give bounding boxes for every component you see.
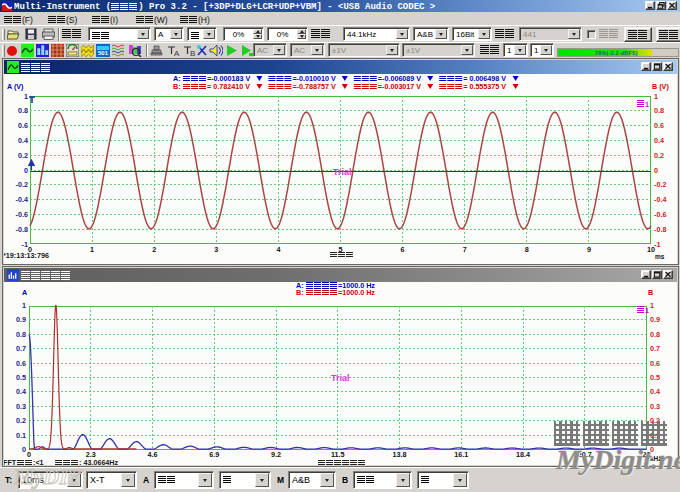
- svg-text:= 0.555375 V: = 0.555375 V: [463, 82, 506, 91]
- svg-text:0.4: 0.4: [18, 136, 28, 145]
- svg-text:501: 501: [98, 50, 109, 56]
- svg-text:-0.2: -0.2: [654, 180, 666, 189]
- svg-text:11.5: 11.5: [331, 450, 345, 459]
- svg-text:: 43.0664Hz: : 43.0664Hz: [79, 458, 119, 465]
- svg-text:1: 1: [645, 101, 649, 108]
- svg-text:10: 10: [647, 245, 655, 254]
- svg-text:0.5: 0.5: [650, 373, 660, 382]
- svg-text:0.6: 0.6: [654, 121, 664, 130]
- svg-text:1: 1: [645, 307, 649, 314]
- svg-text:13.8: 13.8: [393, 450, 407, 459]
- svg-text:B: B: [648, 288, 653, 297]
- svg-text:0.2: 0.2: [18, 151, 28, 160]
- svg-text:A (V): A (V): [7, 82, 24, 91]
- svg-text:= 0.782410 V: = 0.782410 V: [207, 82, 250, 91]
- svg-text:0.6: 0.6: [16, 359, 26, 368]
- svg-text:0.6: 0.6: [650, 359, 660, 368]
- svg-text:A: A: [22, 288, 27, 297]
- svg-text:0.7: 0.7: [650, 344, 660, 353]
- svg-text:0.8: 0.8: [650, 330, 660, 339]
- svg-text:0.3: 0.3: [16, 402, 26, 411]
- svg-text:3: 3: [214, 245, 218, 254]
- svg-text:A: A: [174, 49, 180, 57]
- svg-text:0.2: 0.2: [16, 416, 26, 425]
- svg-text:7: 7: [463, 245, 467, 254]
- svg-text:-0.8: -0.8: [654, 225, 666, 234]
- svg-text:0.9: 0.9: [16, 315, 26, 324]
- svg-text:9.2: 9.2: [271, 450, 281, 459]
- svg-text:0.9: 0.9: [650, 315, 660, 324]
- svg-text:0.4: 0.4: [16, 387, 26, 396]
- svg-text:0.8: 0.8: [654, 106, 664, 115]
- svg-text:1: 1: [90, 245, 94, 254]
- svg-text:0.8: 0.8: [18, 106, 28, 115]
- svg-text:18.4: 18.4: [516, 450, 530, 459]
- svg-text:B:: B:: [296, 288, 304, 297]
- svg-text:0.1: 0.1: [16, 431, 26, 440]
- svg-text:-0.8: -0.8: [16, 225, 28, 234]
- svg-text:6: 6: [401, 245, 405, 254]
- svg-text:=-0.003017 V: =-0.003017 V: [378, 82, 422, 91]
- svg-text:-0.6: -0.6: [16, 210, 28, 219]
- svg-text:ms: ms: [655, 253, 665, 260]
- svg-text:9: 9: [587, 245, 591, 254]
- svg-text:0.2: 0.2: [654, 151, 664, 160]
- svg-text:Trial: Trial: [333, 167, 352, 177]
- svg-text:0.4: 0.4: [650, 387, 660, 396]
- svg-text:0.7: 0.7: [16, 344, 26, 353]
- svg-text:1: 1: [24, 92, 28, 101]
- svg-text:=-0.788757 V: =-0.788757 V: [292, 82, 336, 91]
- svg-text:16.1: 16.1: [454, 450, 468, 459]
- svg-text:6.9: 6.9: [209, 450, 219, 459]
- svg-text:0.4: 0.4: [654, 136, 664, 145]
- svg-text:-0.4: -0.4: [16, 195, 28, 204]
- svg-text:0.5: 0.5: [16, 373, 26, 382]
- svg-text:=1000.0 Hz: =1000.0 Hz: [338, 288, 375, 297]
- svg-text:0.3: 0.3: [650, 402, 660, 411]
- svg-text:B: B: [190, 49, 195, 57]
- svg-text:*19:13:13:796: *19:13:13:796: [4, 251, 49, 260]
- svg-text:0.8: 0.8: [16, 330, 26, 339]
- svg-text:Trial: Trial: [331, 373, 350, 383]
- svg-text:0: 0: [27, 450, 31, 459]
- svg-text:-0.2: -0.2: [16, 180, 28, 189]
- svg-text:4: 4: [276, 245, 280, 254]
- svg-text:B:: B:: [173, 82, 181, 91]
- svg-text:1: 1: [650, 301, 654, 310]
- svg-text:4.6: 4.6: [148, 450, 158, 459]
- svg-text:0: 0: [654, 166, 658, 175]
- svg-text:-0.4: -0.4: [654, 195, 666, 204]
- svg-text:8: 8: [525, 245, 529, 254]
- svg-text:0: 0: [24, 166, 28, 175]
- svg-text:2: 2: [152, 245, 156, 254]
- svg-text:0.6: 0.6: [18, 121, 28, 130]
- svg-text:1: 1: [22, 301, 26, 310]
- svg-text:0: 0: [22, 445, 26, 454]
- svg-text:1: 1: [654, 92, 658, 101]
- svg-text:-0.6: -0.6: [654, 210, 666, 219]
- svg-text:B (V): B (V): [652, 82, 669, 91]
